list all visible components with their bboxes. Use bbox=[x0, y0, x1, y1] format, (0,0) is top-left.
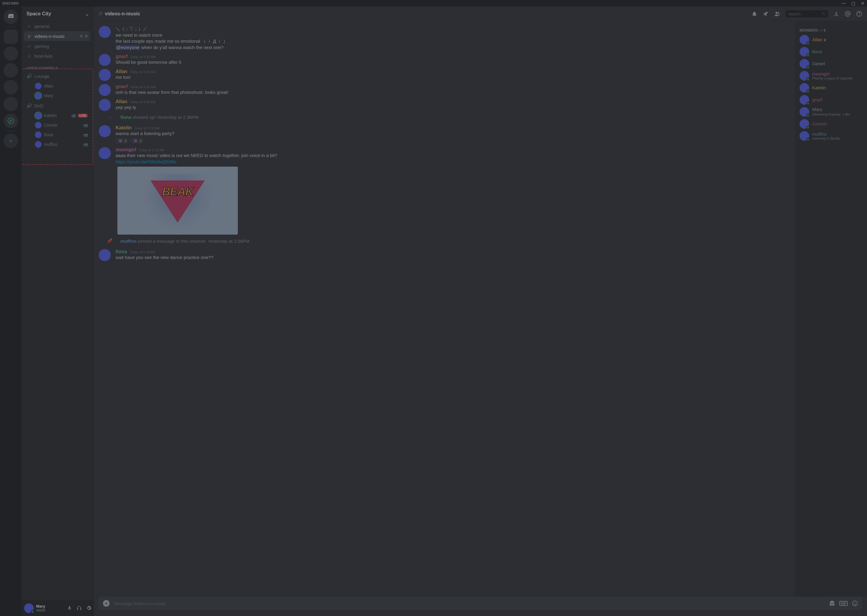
explore-servers-button[interactable] bbox=[4, 114, 18, 128]
reaction[interactable]: 👾3 bbox=[131, 138, 144, 144]
message-author[interactable]: gnarf bbox=[116, 84, 128, 90]
message-text: Should be good tomorrow after 5 bbox=[116, 59, 790, 66]
server-item[interactable] bbox=[4, 30, 18, 44]
message-author[interactable]: Allan bbox=[116, 69, 127, 74]
voice-user[interactable]: Conner 📹 bbox=[24, 120, 90, 130]
message-author[interactable]: Katelin bbox=[116, 125, 132, 130]
search-input[interactable] bbox=[788, 12, 820, 16]
svg-point-6 bbox=[859, 15, 859, 15]
gift-button[interactable] bbox=[829, 600, 835, 607]
member-name: gnarf bbox=[812, 97, 823, 102]
avatar[interactable] bbox=[99, 26, 111, 38]
home-button[interactable] bbox=[4, 9, 18, 24]
channel-name: food-fails bbox=[34, 53, 53, 59]
voice-category-header[interactable]: ⌄ VOICE CHANNELS bbox=[22, 61, 93, 71]
channel-name: gaming bbox=[34, 44, 49, 49]
text-channel[interactable]: # food-fails bbox=[24, 51, 90, 61]
user-avatar[interactable] bbox=[24, 603, 34, 613]
window-close[interactable]: ✕ bbox=[861, 1, 865, 6]
member[interactable]: Katelin bbox=[797, 82, 865, 94]
people-icon bbox=[774, 11, 780, 17]
mention[interactable]: @everyone bbox=[116, 45, 140, 50]
text-channel[interactable]: # videos-n-music ⊕ ⚙ bbox=[24, 31, 90, 41]
avatar[interactable] bbox=[99, 99, 111, 111]
member[interactable]: muffinsListening to Spotify bbox=[797, 130, 865, 142]
invite-icon[interactable]: ⊕ bbox=[80, 34, 83, 38]
window-minimize[interactable]: — bbox=[842, 1, 846, 6]
video-embed[interactable]: BEAK bbox=[117, 167, 238, 235]
voice-user[interactable]: Katelin 📹 LIVE bbox=[24, 111, 90, 120]
server-item[interactable] bbox=[4, 63, 18, 78]
settings-button[interactable] bbox=[86, 605, 91, 611]
voice-channel[interactable]: 🔊 DnD bbox=[24, 101, 90, 110]
help-button[interactable] bbox=[856, 11, 862, 17]
message-input[interactable] bbox=[114, 601, 825, 606]
voice-user[interactable]: fiona 📹 bbox=[24, 130, 90, 140]
notifications-button[interactable] bbox=[751, 11, 757, 17]
message-timestamp: Today at 9:18 AM bbox=[139, 148, 164, 152]
message-timestamp: Today at 9:18 AM bbox=[130, 55, 156, 59]
avatar[interactable] bbox=[99, 69, 111, 81]
voice-channel[interactable]: 🔊 Lounge bbox=[24, 71, 90, 81]
message-input-row: ＋ GIF bbox=[94, 597, 867, 616]
message: gnarfToday at 9:18 AM ooh is that new av… bbox=[99, 82, 790, 97]
system-user[interactable]: fiona bbox=[120, 115, 131, 120]
member-activity: Listening to Spotify bbox=[812, 137, 840, 140]
member[interactable]: Allan♛ bbox=[797, 34, 865, 46]
gear-icon[interactable]: ⚙ bbox=[85, 34, 88, 38]
message-author[interactable]: gnarf bbox=[116, 54, 128, 59]
message-author[interactable]: fiona bbox=[116, 249, 127, 255]
voice-user[interactable]: Mary bbox=[24, 91, 90, 101]
server-item[interactable] bbox=[4, 97, 18, 111]
avatar[interactable] bbox=[99, 54, 111, 66]
attach-button[interactable]: ＋ bbox=[103, 600, 110, 607]
avatar[interactable] bbox=[99, 84, 111, 96]
message-timestamp: Today at 9:18 AM bbox=[130, 70, 155, 74]
server-item[interactable] bbox=[4, 46, 18, 61]
inbox-button[interactable] bbox=[833, 11, 839, 17]
voice-user[interactable]: Allan bbox=[24, 81, 90, 91]
svg-point-7 bbox=[853, 601, 858, 606]
member[interactable]: moongirlPlaying League of Legends bbox=[797, 70, 865, 82]
message-text: we need to watch more bbox=[116, 32, 790, 39]
text-channel[interactable]: # general bbox=[24, 21, 90, 31]
search-box[interactable] bbox=[786, 10, 828, 17]
svg-point-1 bbox=[776, 12, 777, 14]
server-header[interactable]: Space City ⌄ bbox=[22, 6, 94, 21]
voice-user-name: Conner bbox=[44, 123, 58, 127]
system-user[interactable]: muffins bbox=[120, 239, 137, 244]
window-maximize[interactable]: ▢ bbox=[851, 1, 856, 6]
reaction[interactable]: 👾3 bbox=[116, 138, 129, 144]
member[interactable]: Daniel bbox=[797, 58, 865, 70]
member-name: muffins bbox=[812, 132, 840, 137]
message-author[interactable]: Allan bbox=[116, 99, 127, 104]
add-server-button[interactable]: ＋ bbox=[4, 134, 18, 148]
server-item[interactable] bbox=[4, 80, 18, 94]
member[interactable]: fiona bbox=[797, 46, 865, 58]
member-list-toggle[interactable] bbox=[774, 11, 780, 17]
message-author[interactable]: moongirl bbox=[116, 147, 136, 152]
mentions-button[interactable] bbox=[845, 11, 851, 17]
emoji-button[interactable] bbox=[852, 600, 858, 607]
mute-button[interactable] bbox=[67, 605, 72, 611]
avatar[interactable] bbox=[99, 249, 111, 261]
member[interactable]: Conner bbox=[797, 118, 865, 130]
svg-point-8 bbox=[854, 602, 854, 603]
avatar[interactable] bbox=[99, 125, 111, 137]
message: gnarfToday at 9:18 AM Should be good tom… bbox=[99, 52, 790, 66]
deafen-button[interactable] bbox=[76, 605, 82, 611]
voice-user[interactable]: muffins 📹 bbox=[24, 140, 90, 149]
member[interactable]: gnarf bbox=[797, 94, 865, 106]
message-link[interactable]: https://youtu.be/OiDx6aQ928o bbox=[116, 159, 177, 164]
emoji-icon: 👾 bbox=[118, 139, 123, 143]
message-list[interactable]: ＼（；▽；）／ we need to watch more the last c… bbox=[94, 21, 795, 597]
system-message-join: → fiona showed up! Yesterday at 2:38PM bbox=[99, 112, 790, 123]
message-input-box[interactable]: ＋ GIF bbox=[99, 597, 862, 610]
gif-button[interactable]: GIF bbox=[839, 601, 848, 606]
pinned-messages-button[interactable] bbox=[763, 11, 769, 17]
message: KatelinToday at 9:18 AM wanna start a li… bbox=[99, 123, 790, 145]
avatar[interactable] bbox=[99, 147, 111, 159]
text-channel[interactable]: # gaming bbox=[24, 41, 90, 51]
member[interactable]: MaryStreaming Drawing ＼•ᴥ•/ bbox=[797, 106, 865, 118]
message: AllanToday at 9:18 AM me too! bbox=[99, 66, 790, 82]
